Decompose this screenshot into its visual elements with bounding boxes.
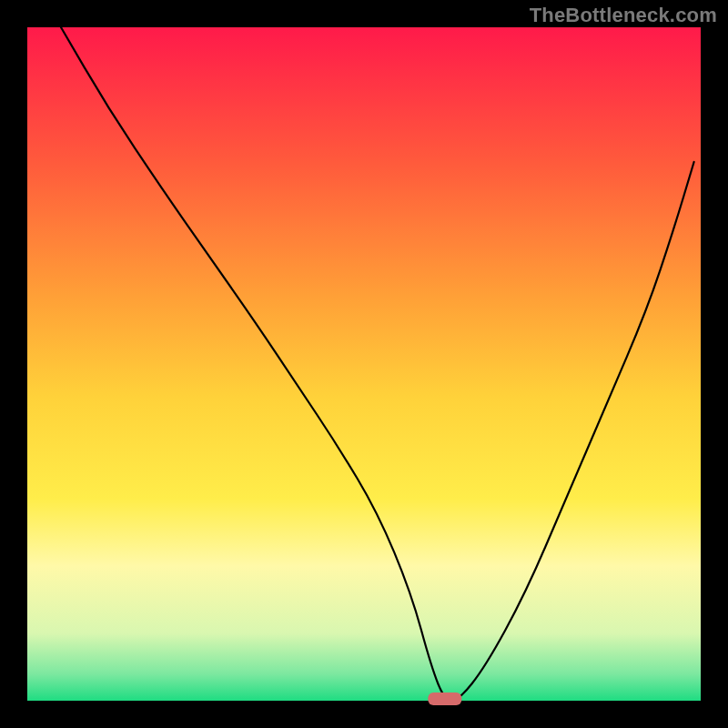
bottleneck-chart: TheBottleneck.com — [0, 0, 728, 728]
plot-area — [27, 27, 701, 701]
watermark-text: TheBottleneck.com — [530, 4, 717, 27]
chart-svg — [0, 0, 728, 728]
optimal-point-marker — [428, 693, 461, 705]
